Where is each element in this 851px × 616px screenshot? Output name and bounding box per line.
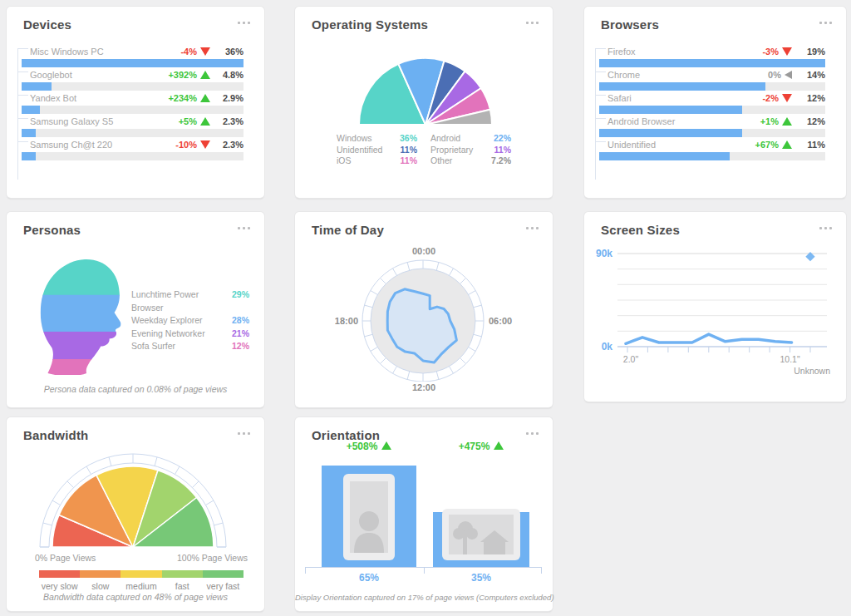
bar-value: 14% (792, 70, 825, 80)
bracket-stub (595, 95, 606, 96)
x-label-unknown: Unknown (794, 366, 830, 376)
personas-head-silhouette (37, 257, 123, 375)
bar-track (599, 106, 825, 114)
legend-item: Other7.2% (430, 155, 511, 167)
os-half-pie-chart (295, 7, 553, 128)
clock-label-18: 18:00 (320, 316, 358, 326)
legend-value: 22% (494, 133, 511, 145)
orientation-axis (305, 567, 542, 568)
dot-icon (238, 22, 240, 24)
more-options-button[interactable] (236, 223, 252, 234)
portrait-change-badge: +508% (319, 441, 419, 452)
dot-icon (819, 227, 822, 229)
card-time-of-day: Time of Day 00:00 18:00 06:00 12:00 (295, 212, 553, 407)
legend-label: iOS (337, 155, 352, 167)
bar-row: Android Browser+1%12% (599, 115, 825, 138)
bar-change: -3% (762, 47, 792, 57)
dot-icon (819, 22, 822, 24)
gauge-scale-label-left: 0% Page Views (35, 553, 96, 563)
bar-fill (599, 59, 825, 67)
triangle-up-icon (381, 441, 391, 450)
bar-value: 12% (792, 93, 825, 103)
persona-legend-item: Lunchtime Power Browser29% (131, 288, 249, 314)
more-options-button[interactable] (818, 223, 834, 234)
legend-label: Weekday Explorer (131, 314, 203, 328)
personas-legend: Lunchtime Power Browser29%Weekday Explor… (131, 288, 249, 353)
bar-row: Samsung Galaxy S5+5%2.3% (22, 115, 243, 138)
legend-swatch (162, 570, 203, 578)
bar-label: Yandex Bot (22, 93, 168, 103)
bar-label: Unidentified (599, 140, 755, 150)
triangle-up-icon (494, 441, 504, 450)
bracket-stub (595, 141, 606, 142)
bar-change: +392% (168, 70, 210, 80)
triangle-up-icon (200, 71, 210, 79)
more-options-button[interactable] (524, 223, 540, 234)
legend-swatch (121, 570, 161, 578)
bracket-stub (595, 71, 606, 72)
dot-icon (531, 432, 534, 435)
browsers-bar-list: Firefox-3%19%Chrome0%14%Safari-2%12%Andr… (599, 45, 825, 161)
legend-swatch (80, 570, 121, 578)
more-options-button[interactable] (236, 428, 252, 439)
triangle-down-icon (200, 47, 210, 56)
bracket-stub (595, 118, 606, 119)
gauge-scale: 0% Page Views 100% Page Views (35, 553, 248, 563)
legend-value: 21% (232, 328, 249, 341)
bar-track (22, 59, 243, 67)
more-options-button[interactable] (818, 17, 834, 28)
legend-label: Lunchtime Power Browser (131, 288, 232, 314)
bar-value: 4.8% (210, 70, 243, 80)
card-operating-systems: Operating Systems Windows36%Unidentified… (295, 7, 553, 198)
bar-fill (22, 129, 36, 137)
card-footnote: Bandwidth data captured on 48% of page v… (7, 592, 264, 602)
bar-row: Unidentified+67%11% (599, 138, 825, 161)
bar-value: 19% (792, 47, 825, 57)
dot-icon (248, 432, 250, 435)
bracket-stub (17, 48, 28, 49)
legend-value: 7.2% (491, 155, 511, 167)
card-devices: Devices Misc Windows PC-4%36%Googlebot+3… (7, 7, 264, 198)
clock-label-06: 06:00 (489, 316, 527, 326)
head-band-3 (37, 359, 121, 375)
card-title: Personas (23, 223, 81, 237)
dot-icon (536, 432, 539, 435)
head-band-1 (37, 295, 121, 333)
head-band-0 (37, 257, 121, 296)
bracket-spine (17, 48, 18, 180)
os-legend-column: Windows36%Unidentified11%iOS11% (337, 133, 417, 167)
more-options-button[interactable] (236, 17, 252, 28)
bar-track (22, 82, 243, 91)
bar-label: Firefox (599, 47, 762, 57)
bar-change: +67% (755, 140, 792, 150)
legend-label: very fast (207, 581, 240, 591)
bar-track (22, 106, 243, 114)
bar-label: Samsung Ch@t 220 (22, 140, 175, 150)
head-band-2 (37, 332, 121, 360)
dot-icon (829, 227, 832, 229)
triangle-down-icon (782, 47, 792, 56)
triangle-up-icon (200, 94, 210, 102)
legend-label: fast (175, 581, 189, 591)
card-title: Screen Sizes (601, 223, 680, 237)
card-screen-sizes: Screen Sizes 90k0k2.0"10.1"Unknown (584, 212, 846, 402)
triangle-down-icon (782, 94, 792, 102)
bandwidth-legend: very slowslowmediumfastvery fast (39, 570, 243, 593)
dot-icon (243, 227, 245, 229)
card-bandwidth: Bandwidth 0% Page Views 100% Page Views … (7, 417, 264, 611)
card-orientation: Orientation +508% +475% (295, 417, 553, 611)
legend-item: Proprietary11% (430, 145, 511, 156)
y-label-90k: 90k (596, 248, 612, 259)
card-personas: Personas Lunchtime Power Browser29%Weekd… (7, 212, 264, 407)
dot-icon (526, 432, 529, 435)
more-options-button[interactable] (524, 428, 540, 439)
bar-value: 12% (792, 116, 825, 126)
legend-value: 11% (401, 145, 417, 156)
bar-row: Firefox-3%19% (599, 45, 825, 68)
card-title: Browsers (601, 17, 659, 32)
bar-track (599, 152, 825, 160)
bar-fill (599, 82, 765, 91)
bar-fill (599, 152, 730, 160)
bar-row: Googlebot+392%4.8% (22, 68, 243, 91)
bar-change: +1% (760, 116, 792, 126)
